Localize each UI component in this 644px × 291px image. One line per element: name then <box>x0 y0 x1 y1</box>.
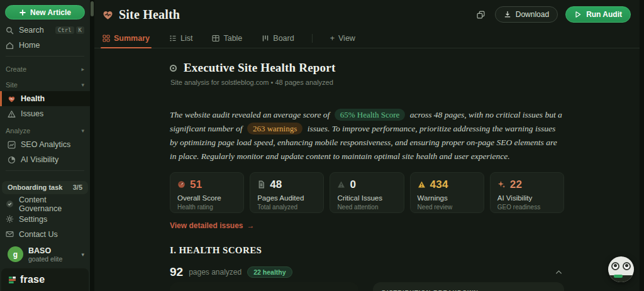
user-menu[interactable]: g BASO goated elite ▾ <box>0 242 90 267</box>
stat-card-critical-issues: 0 Critical Issues Need attention <box>330 172 404 213</box>
analyze-label: Analyze <box>6 127 30 135</box>
view-detailed-issues-link[interactable]: View detailed issues → <box>170 221 564 230</box>
report-subtitle: Site analysis for solstleblog.com • 48 p… <box>170 79 564 86</box>
tab-table-label: Table <box>223 34 242 43</box>
onboarding-progress: 3/5 <box>73 184 82 191</box>
content-governance-label: Content Governance <box>19 195 84 213</box>
tab-summary-label: Summary <box>114 34 150 43</box>
new-article-button[interactable]: New Article <box>5 5 85 19</box>
chevron-up-icon <box>555 270 562 275</box>
sidebar-item-search[interactable]: Search Ctrl K <box>0 23 90 38</box>
report-content: Executive Site Health Report Site analys… <box>94 48 640 291</box>
tab-table[interactable]: Table <box>210 29 244 48</box>
brand-name: frase <box>20 274 45 285</box>
stat-label: Overall Score <box>177 194 236 202</box>
heart-icon <box>8 95 16 103</box>
gear-icon <box>6 215 14 223</box>
stat-value: 434 <box>430 178 448 191</box>
health-scores-body: DISTRIBUTION BREAKDOWN Healthy 22 24% <box>170 282 564 291</box>
sidebar-divider <box>6 170 84 171</box>
health-label: Health <box>21 94 45 103</box>
sidebar-divider <box>6 56 84 57</box>
stat-value: 0 <box>350 178 356 191</box>
health-scores-heading: I. HEALTH SCORES <box>170 245 564 256</box>
page-scrollbar[interactable] <box>640 0 644 291</box>
key-ctrl: Ctrl <box>55 26 74 34</box>
download-label: Download <box>516 10 549 19</box>
sidebar-item-seo-analytics[interactable]: SEO Analytics <box>0 137 90 152</box>
ai-visibility-label: AI Visibility <box>21 155 58 164</box>
user-name: BASO <box>28 246 62 255</box>
search-shortcut: Ctrl K <box>55 26 84 34</box>
tab-list-label: List <box>180 34 192 43</box>
sidebar-item-settings[interactable]: Settings <box>0 212 90 227</box>
scrollbar-thumb[interactable] <box>91 1 94 16</box>
report-title-row: Executive Site Health Report <box>170 61 564 75</box>
search-icon <box>6 26 14 35</box>
distribution-breakdown-card: DISTRIBUTION BREAKDOWN Healthy 22 24% <box>373 282 564 291</box>
gauge-icon <box>177 180 186 189</box>
sidebar-item-home[interactable]: Home <box>0 38 90 53</box>
onboarding-task-pill[interactable]: Onboarding task 3/5 <box>2 181 88 194</box>
view-issues-label: View detailed issues <box>170 221 243 230</box>
heart-icon <box>102 9 114 21</box>
main-panel: Site Health Download Run Audit Summary L… <box>94 0 640 291</box>
home-label: Home <box>19 41 40 50</box>
add-view-button[interactable]: + View <box>328 29 357 48</box>
list-icon <box>169 35 177 42</box>
stat-sublabel: Need attention <box>337 204 396 211</box>
run-audit-button[interactable]: Run Audit <box>565 6 631 23</box>
sidebar-item-health[interactable]: Health <box>0 91 90 106</box>
onboarding-label: Onboarding task <box>8 184 62 191</box>
pie-chart-icon <box>8 156 16 164</box>
user-subtitle: goated elite <box>28 255 62 263</box>
home-icon <box>6 41 14 50</box>
warnings-badge: 263 warnings <box>247 123 303 135</box>
page-header: Site Health Download Run Audit <box>94 0 640 29</box>
stat-card-pages-audited: 48 Pages Audited Total analyzed <box>250 172 324 213</box>
sidebar-item-issues[interactable]: Issues <box>0 106 90 121</box>
play-icon <box>574 11 582 18</box>
stat-value: 51 <box>190 178 202 191</box>
sidebar-item-contact-us[interactable]: Contact Us <box>0 227 90 242</box>
stat-label: AI Visibility <box>497 194 557 202</box>
stat-label: Pages Audited <box>257 194 316 202</box>
sidebar-scrollbar[interactable] <box>90 0 94 291</box>
sidebar-section-analyze[interactable]: Analyze ▾ <box>0 124 90 137</box>
report-title: Executive Site Health Report <box>184 61 335 75</box>
summary-text: The website audit revealed an average sc… <box>170 110 330 119</box>
tab-list[interactable]: List <box>167 29 194 48</box>
stat-card-overall-score: 51 Overall Score Health rating <box>170 172 244 213</box>
warning-icon <box>8 110 16 118</box>
tab-summary[interactable]: Summary <box>101 29 152 48</box>
brand-bar[interactable]: frase <box>1 268 89 291</box>
distribution-title: DISTRIBUTION BREAKDOWN <box>382 288 555 291</box>
stat-label: Warnings <box>418 194 477 202</box>
bot-eye-icon <box>623 262 631 270</box>
stat-card-warnings: 434 Warnings Need review <box>410 172 484 213</box>
pages-analyzed-value: 92 <box>170 265 183 279</box>
contact-us-label: Contact Us <box>19 230 58 239</box>
chevron-right-icon: ▸ <box>81 66 84 72</box>
collapse-section-button[interactable] <box>553 266 564 278</box>
warning-icon <box>418 180 426 189</box>
sidebar-item-ai-visibility[interactable]: AI Visibility <box>0 152 90 167</box>
download-icon <box>504 11 511 18</box>
report-summary: The website audit revealed an average sc… <box>170 108 564 163</box>
download-button[interactable]: Download <box>495 6 558 23</box>
stat-sublabel: Need review <box>418 204 477 211</box>
stat-sublabel: Health rating <box>177 204 236 211</box>
report-container: Executive Site Health Report Site analys… <box>170 48 564 291</box>
sidebar-section-create[interactable]: Create ▸ <box>0 63 90 75</box>
envelope-icon <box>6 230 14 238</box>
key-k: K <box>76 26 84 34</box>
copy-button[interactable] <box>474 7 489 22</box>
warning-icon <box>337 180 345 189</box>
chevron-down-icon: ▾ <box>81 251 84 258</box>
chat-widget-button[interactable] <box>608 256 634 282</box>
sidebar-item-content-governance[interactable]: Content Governance <box>0 197 90 212</box>
target-icon <box>170 65 177 72</box>
tab-board[interactable]: Board <box>260 29 296 48</box>
copy-icon <box>477 11 485 19</box>
sidebar-section-site[interactable]: Site ▾ <box>0 79 90 91</box>
